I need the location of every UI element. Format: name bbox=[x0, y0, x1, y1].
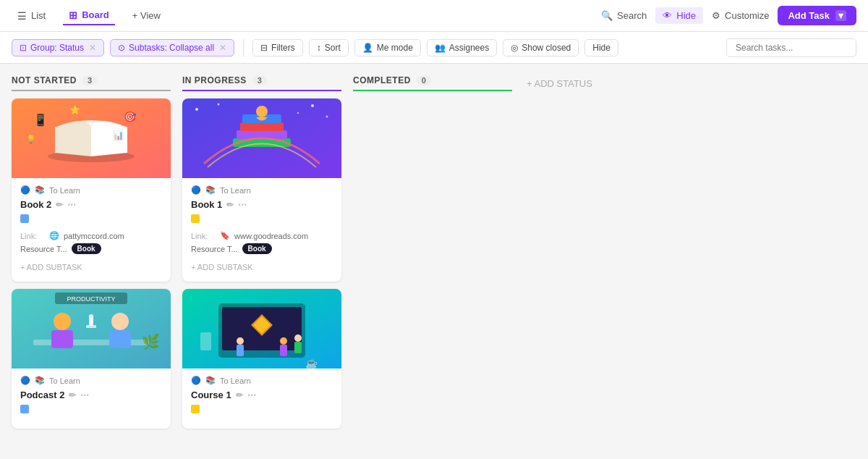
column-not-started: NOT STARTED 3 📱 🎯 bbox=[12, 75, 171, 436]
tag-icon-2: 📚 bbox=[35, 185, 45, 195]
svg-rect-8 bbox=[33, 340, 149, 345]
svg-text:☕: ☕ bbox=[305, 358, 318, 369]
group-label: Group: Status bbox=[30, 43, 84, 53]
card-course1[interactable]: ☕ 🔵 📚 To Learn Course 1 ✏ ⋯ bbox=[182, 289, 341, 429]
subtasks-label: Subtasks: Collapse all bbox=[129, 43, 214, 53]
svg-rect-39 bbox=[294, 342, 302, 353]
group-icon: ⊡ bbox=[20, 43, 27, 53]
card-book2-image: 📱 🎯 ⭐ 📊 💡 bbox=[12, 98, 171, 178]
svg-rect-40 bbox=[200, 332, 211, 350]
assignees-label: Assignees bbox=[449, 43, 489, 53]
customize-button[interactable]: ⚙ Customize bbox=[712, 10, 769, 21]
flag-yellow-c1 bbox=[191, 405, 200, 413]
card-course1-title-row: Course 1 ✏ ⋯ bbox=[191, 389, 333, 400]
show-closed-icon: ◎ bbox=[511, 43, 518, 53]
add-status-label: + ADD STATUS bbox=[527, 78, 592, 89]
svg-text:⭐: ⭐ bbox=[69, 104, 80, 115]
add-subtask-book1[interactable]: + ADD SUBTASK bbox=[191, 260, 333, 274]
card-book1-link: Link: 🔖 www.goodreads.com bbox=[191, 231, 333, 240]
b1-link-value: www.goodreads.com bbox=[234, 232, 308, 240]
svg-text:💡: 💡 bbox=[26, 134, 36, 144]
nav-view-label: + View bbox=[132, 10, 161, 21]
hide-toolbar-button[interactable]: Hide bbox=[584, 39, 618, 56]
svg-point-28 bbox=[256, 106, 268, 117]
svg-text:🎯: 🎯 bbox=[124, 111, 137, 123]
assignees-icon: 👥 bbox=[435, 43, 446, 53]
sort-label: Sort bbox=[325, 43, 341, 53]
tag-c1-to-learn: To Learn bbox=[220, 376, 251, 385]
show-closed-button[interactable]: ◎ Show closed bbox=[503, 39, 579, 56]
subtasks-button[interactable]: ⊙ Subtasks: Collapse all ✕ bbox=[110, 39, 234, 56]
sort-icon: ↕ bbox=[317, 43, 321, 53]
me-mode-label: Me mode bbox=[377, 43, 413, 53]
more-icon: ⋯ bbox=[67, 200, 76, 210]
tag-p-to-learn: To Learn bbox=[49, 376, 80, 385]
flag-blue bbox=[20, 214, 29, 223]
link-label: Link: bbox=[20, 232, 45, 240]
edit-icon-p2: ✏ bbox=[69, 390, 76, 400]
not-started-count: 3 bbox=[82, 75, 97, 85]
search-button[interactable]: 🔍 Search bbox=[601, 10, 647, 21]
flag-blue-p2 bbox=[20, 405, 29, 413]
top-nav: ☰ List ⊞ Board + View 🔍 Search 👁 Hide ⚙ … bbox=[0, 0, 868, 32]
nav-list[interactable]: ☰ List bbox=[12, 7, 51, 25]
search-tasks-input[interactable] bbox=[726, 38, 856, 57]
filter-icon: ⊟ bbox=[260, 43, 268, 53]
b1-resource-type: Book bbox=[242, 243, 272, 254]
completed-count: 0 bbox=[417, 75, 431, 85]
gear-icon: ⚙ bbox=[712, 10, 720, 21]
me-mode-button[interactable]: 👤 Me mode bbox=[354, 39, 421, 56]
hide-label: Hide bbox=[676, 10, 696, 21]
hide-button[interactable]: 👁 Hide bbox=[655, 7, 703, 24]
svg-point-36 bbox=[280, 337, 287, 345]
group-status-button[interactable]: ⊡ Group: Status ✕ bbox=[12, 39, 104, 56]
card-book1[interactable]: 🔵 📚 To Learn Book 1 ✏ ⋯ Link: 🔖 www.good… bbox=[182, 98, 341, 282]
b1-link-label: Link: bbox=[191, 232, 216, 240]
add-status-button[interactable]: + ADD STATUS bbox=[524, 75, 654, 92]
svg-rect-12 bbox=[109, 330, 131, 348]
link-icon: 🌐 bbox=[49, 231, 59, 240]
nav-view[interactable]: + View bbox=[127, 7, 166, 24]
filters-label: Filters bbox=[271, 43, 295, 53]
column-header-in-progress: IN PROGRESS 3 bbox=[182, 75, 341, 91]
svg-point-34 bbox=[237, 337, 244, 345]
tag-b1-to-learn: To Learn bbox=[220, 186, 251, 195]
assignees-button[interactable]: 👥 Assignees bbox=[427, 39, 497, 56]
card-book1-resource: Resource T... Book bbox=[191, 243, 333, 254]
group-close-icon: ✕ bbox=[89, 43, 96, 53]
card-book1-image bbox=[182, 98, 341, 178]
add-subtask-book2[interactable]: + ADD SUBTASK bbox=[20, 260, 162, 274]
svg-rect-14 bbox=[86, 325, 96, 328]
more-icon-c1: ⋯ bbox=[247, 390, 256, 400]
svg-point-20 bbox=[218, 104, 220, 106]
card-book2[interactable]: 📱 🎯 ⭐ 📊 💡 🔵 📚 To Learn Book 2 ✏ ⋯ bbox=[12, 98, 171, 282]
svg-point-11 bbox=[111, 313, 129, 330]
tag-icon-p2: 📚 bbox=[35, 376, 45, 385]
more-icon-b1: ⋯ bbox=[238, 200, 247, 210]
card-book1-tags: 🔵 📚 To Learn bbox=[191, 185, 333, 195]
svg-point-19 bbox=[195, 108, 198, 111]
search-label: Search bbox=[617, 10, 647, 21]
card-course1-body: 🔵 📚 To Learn Course 1 ✏ ⋯ bbox=[182, 369, 341, 429]
nav-right: 🔍 Search 👁 Hide ⚙ Customize Add Task ▾ bbox=[601, 6, 856, 25]
svg-rect-13 bbox=[89, 314, 93, 326]
card-course1-tags: 🔵 📚 To Learn bbox=[191, 376, 333, 385]
tag-icon-1: 🔵 bbox=[20, 185, 30, 195]
b1-link-icon: 🔖 bbox=[220, 231, 230, 240]
resource-label: Resource T... bbox=[20, 245, 67, 253]
card-book1-body: 🔵 📚 To Learn Book 1 ✏ ⋯ Link: 🔖 www.good… bbox=[182, 178, 341, 282]
divider-1 bbox=[243, 39, 244, 56]
b1-resource-label: Resource T... bbox=[191, 245, 238, 253]
column-header-not-started: NOT STARTED 3 bbox=[12, 75, 171, 91]
card-podcast2[interactable]: 🌿 PRODUCTIVITY 🔵 📚 To Learn Podcast 2 ✏ … bbox=[12, 289, 171, 429]
tag-to-learn: To Learn bbox=[49, 186, 80, 195]
in-progress-title: IN PROGRESS bbox=[182, 75, 247, 85]
sort-button[interactable]: ↕ Sort bbox=[309, 39, 349, 56]
filters-button[interactable]: ⊟ Filters bbox=[252, 39, 303, 56]
nav-board[interactable]: ⊞ Board bbox=[63, 7, 115, 25]
add-task-button[interactable]: Add Task ▾ bbox=[778, 6, 856, 25]
list-icon: ☰ bbox=[17, 10, 27, 22]
show-closed-label: Show closed bbox=[522, 43, 571, 53]
add-task-label: Add Task bbox=[788, 10, 830, 21]
svg-rect-35 bbox=[237, 345, 244, 356]
